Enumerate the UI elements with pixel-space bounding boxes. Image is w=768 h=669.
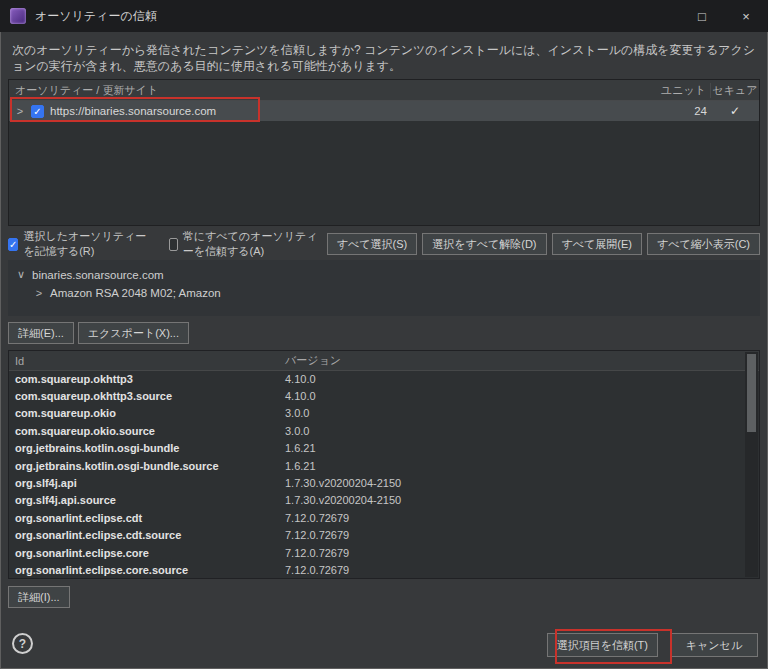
- collapse-chevron-icon[interactable]: ∨: [16, 268, 26, 281]
- table-row[interactable]: org.sonarlint.eclipse.cdt7.12.0.72679: [9, 509, 745, 526]
- unit-id: org.jetbrains.kotlin.osgi-bundle: [9, 442, 281, 454]
- table-row[interactable]: org.jetbrains.kotlin.osgi-bundle1.6.21: [9, 440, 745, 457]
- table-row[interactable]: com.squareup.okhttp34.10.0: [9, 370, 745, 387]
- close-icon: ×: [742, 9, 750, 24]
- unit-id: org.sonarlint.eclipse.cdt: [9, 512, 281, 524]
- select-all-button[interactable]: すべて選択(S): [327, 233, 417, 255]
- table-row[interactable]: org.slf4j.api.source1.7.30.v20200204-215…: [9, 492, 745, 509]
- vertical-scrollbar[interactable]: [745, 352, 758, 577]
- secure-check-icon: ✓: [730, 104, 740, 118]
- column-header-units: ユニット: [654, 83, 710, 98]
- unit-id: com.squareup.okhttp3: [9, 373, 281, 385]
- table-row[interactable]: org.slf4j.api1.7.30.v20200204-2150: [9, 474, 745, 491]
- certificate-export-button[interactable]: エクスポート(X)...: [78, 322, 189, 344]
- table-row[interactable]: com.squareup.okio.source3.0.0: [9, 422, 745, 439]
- check-icon: ✓: [9, 238, 17, 251]
- cancel-button[interactable]: キャンセル: [670, 633, 758, 657]
- collapse-all-button[interactable]: すべて縮小表示(C): [647, 233, 760, 255]
- unit-version: 3.0.0: [281, 425, 745, 437]
- titlebar: オーソリティーの信頼 □ ×: [0, 0, 768, 32]
- column-header-authority: オーソリティー / 更新サイト: [9, 83, 654, 98]
- table-row[interactable]: com.squareup.okhttp3.source4.10.0: [9, 387, 745, 404]
- column-header-secure: セキュア: [710, 83, 759, 98]
- unit-version: 7.12.0.72679: [281, 564, 745, 576]
- certificate-child-label: Amazon RSA 2048 M02; Amazon: [50, 287, 221, 299]
- unit-version: 3.0.0: [281, 407, 745, 419]
- dialog-description: 次のオーソリティーから発信されたコンテンツを信頼しますか? コンテンツのインスト…: [12, 42, 756, 74]
- units-table: Id バージョン com.squareup.okhttp34.10.0 com.…: [8, 350, 760, 579]
- unit-version: 1.7.30.v20200204-2150: [281, 494, 745, 506]
- unit-id: com.squareup.okio.source: [9, 425, 281, 437]
- unit-version: 4.10.0: [281, 390, 745, 402]
- remember-authorities-label[interactable]: 選択したオーソリティーを記憶する(R): [23, 229, 154, 259]
- options-row: ✓ 選択したオーソリティーを記憶する(R) 常にすべてのオーソリティーを信頼する…: [8, 232, 760, 256]
- deselect-all-button[interactable]: 選択をすべて解除(D): [422, 233, 546, 255]
- table-row[interactable]: org.jetbrains.kotlin.osgi-bundle.source1…: [9, 457, 745, 474]
- units-table-header: Id バージョン: [9, 351, 759, 371]
- authorities-table: オーソリティー / 更新サイト ユニット セキュア > ✓ https://bi…: [8, 79, 760, 226]
- trust-authorities-dialog: オーソリティーの信頼 □ × 次のオーソリティーから発信されたコンテンツを信頼し…: [0, 0, 768, 669]
- scrollbar-thumb[interactable]: [747, 354, 756, 432]
- units-table-body: com.squareup.okhttp34.10.0 com.squareup.…: [9, 370, 745, 578]
- window-title: オーソリティーの信頼: [35, 8, 157, 25]
- remember-authorities-checkbox[interactable]: ✓: [8, 238, 18, 251]
- table-row[interactable]: org.sonarlint.eclipse.core7.12.0.72679: [9, 544, 745, 561]
- trust-selected-button[interactable]: 選択項目を信頼(T): [547, 633, 658, 657]
- table-row[interactable]: org.sonarlint.eclipse.cdt.source7.12.0.7…: [9, 527, 745, 544]
- authorities-table-header: オーソリティー / 更新サイト ユニット セキュア: [9, 80, 759, 101]
- authority-checkbox[interactable]: ✓: [31, 105, 44, 118]
- unit-version: 7.12.0.72679: [281, 512, 745, 524]
- unit-id: com.squareup.okio: [9, 407, 281, 419]
- unit-version: 1.6.21: [281, 460, 745, 472]
- trust-all-authorities-label[interactable]: 常にすべてのオーソリティーを信頼する(A): [183, 229, 327, 259]
- authority-units-count: 24: [655, 105, 711, 117]
- unit-version: 4.10.0: [281, 373, 745, 385]
- unit-version: 7.12.0.72679: [281, 529, 745, 541]
- unit-id: org.sonarlint.eclipse.core.source: [9, 564, 281, 576]
- column-header-version: バージョン: [281, 353, 759, 368]
- unit-details-button[interactable]: 詳細(I)...: [8, 586, 70, 608]
- maximize-button[interactable]: □: [680, 0, 724, 32]
- unit-id: com.squareup.okhttp3.source: [9, 390, 281, 402]
- authority-url: https://binaries.sonarsource.com: [50, 105, 216, 117]
- help-icon: ?: [19, 637, 26, 651]
- trust-all-authorities-checkbox[interactable]: [169, 238, 178, 251]
- expand-all-button[interactable]: すべて展開(E): [552, 233, 642, 255]
- table-row[interactable]: com.squareup.okio3.0.0: [9, 405, 745, 422]
- unit-id: org.jetbrains.kotlin.osgi-bundle.source: [9, 460, 281, 472]
- app-icon: [10, 8, 26, 24]
- certificate-details-button[interactable]: 詳細(E)...: [8, 322, 74, 344]
- unit-id: org.slf4j.api: [9, 477, 281, 489]
- expand-chevron-icon[interactable]: >: [15, 105, 25, 117]
- unit-id: org.sonarlint.eclipse.cdt.source: [9, 529, 281, 541]
- certificate-tree: ∨ binaries.sonarsource.com > Amazon RSA …: [8, 260, 760, 316]
- unit-version: 1.6.21: [281, 442, 745, 454]
- unit-id: org.slf4j.api.source: [9, 494, 281, 506]
- certificate-root-item[interactable]: ∨ binaries.sonarsource.com: [8, 260, 760, 281]
- help-button[interactable]: ?: [12, 633, 33, 654]
- column-header-id: Id: [9, 355, 281, 367]
- close-button[interactable]: ×: [724, 0, 768, 32]
- table-row[interactable]: org.sonarlint.eclipse.core.source7.12.0.…: [9, 561, 745, 578]
- expand-chevron-icon[interactable]: >: [34, 287, 44, 299]
- unit-version: 7.12.0.72679: [281, 547, 745, 559]
- maximize-icon: □: [698, 9, 706, 24]
- authority-row-selected[interactable]: > ✓ https://binaries.sonarsource.com 24 …: [9, 101, 759, 121]
- certificate-child-item[interactable]: > Amazon RSA 2048 M02; Amazon: [8, 281, 760, 299]
- unit-version: 1.7.30.v20200204-2150: [281, 477, 745, 489]
- certificate-root-label: binaries.sonarsource.com: [32, 269, 164, 281]
- check-icon: ✓: [33, 105, 41, 118]
- unit-id: org.sonarlint.eclipse.core: [9, 547, 281, 559]
